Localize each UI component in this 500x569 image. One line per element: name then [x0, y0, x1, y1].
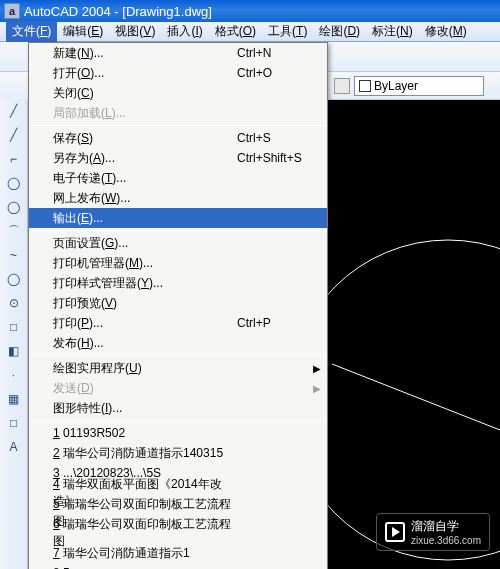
play-icon — [385, 522, 405, 542]
menu-item-shortcut: Ctrl+S — [237, 131, 327, 145]
menu-i[interactable]: 插入(I) — [161, 21, 208, 42]
menu-item-H[interactable]: 发布(H)... — [29, 333, 327, 353]
menu-separator — [31, 125, 327, 126]
draw-tool-4[interactable]: ◯ — [5, 198, 23, 216]
menu-item-label: 页面设置(G)... — [53, 235, 237, 252]
draw-tool-7[interactable]: ◯ — [5, 270, 23, 288]
draw-tool-11[interactable]: · — [5, 366, 23, 384]
layer-name: ByLayer — [374, 79, 418, 93]
menu-m[interactable]: 修改(M) — [419, 21, 473, 42]
menu-v[interactable]: 视图(V) — [109, 21, 161, 42]
menu-t[interactable]: 工具(T) — [262, 21, 313, 42]
menu-item-label: 关闭(C) — [53, 85, 237, 102]
menu-item-V[interactable]: 打印预览(V) — [29, 293, 327, 313]
menu-bar: 文件(F)编辑(E)视图(V)插入(I)格式(O)工具(T)绘图(D)标注(N)… — [0, 22, 500, 42]
menu-item-label: 2 瑞华公司消防通道指示140315 — [53, 445, 237, 462]
menu-item-S[interactable]: 保存(S)Ctrl+S — [29, 128, 327, 148]
menu-item-label: 打印预览(V) — [53, 295, 237, 312]
menu-item-6[interactable]: 6 瑞瑞华公司双面印制板工艺流程图 — [29, 523, 327, 543]
draw-toolbar: ╱╱⌐◯◯⌒~◯⊙□◧·▦□A — [0, 100, 28, 569]
draw-tool-2[interactable]: ⌐ — [5, 150, 23, 168]
watermark-url: zixue.3d66.com — [411, 535, 481, 546]
menu-item-label: 7 瑞华公司消防通道指示1 — [53, 545, 237, 562]
menu-item-shortcut: Ctrl+P — [237, 316, 327, 330]
menu-item-label: 发送(D) — [53, 380, 237, 397]
menu-e[interactable]: 编辑(E) — [57, 21, 109, 42]
draw-tool-10[interactable]: ◧ — [5, 342, 23, 360]
submenu-arrow-icon: ▶ — [313, 383, 321, 394]
menu-item-M[interactable]: 打印机管理器(M)... — [29, 253, 327, 273]
menu-item-shortcut: Ctrl+O — [237, 66, 327, 80]
menu-item-label: 打开(O)... — [53, 65, 237, 82]
menu-item-Y[interactable]: 打印样式管理器(Y)... — [29, 273, 327, 293]
menu-item-label: 绘图实用程序(U) — [53, 360, 237, 377]
menu-item-label: 新建(N)... — [53, 45, 237, 62]
layer-toolbar: ByLayer — [330, 72, 500, 100]
menu-item-U[interactable]: 绘图实用程序(U)▶ — [29, 358, 327, 378]
menu-item-label: 输出(E)... — [53, 210, 237, 227]
color-swatch-icon — [359, 80, 371, 92]
layer-combo[interactable]: ByLayer — [354, 76, 484, 96]
menu-item-label: 网上发布(W)... — [53, 190, 237, 207]
menu-item-W[interactable]: 网上发布(W)... — [29, 188, 327, 208]
menu-item-7[interactable]: 7 瑞华公司消防通道指示1 — [29, 543, 327, 563]
window-title: AutoCAD 2004 - [Drawing1.dwg] — [24, 4, 212, 19]
menu-item-shortcut: Ctrl+N — [237, 46, 327, 60]
menu-item-C[interactable]: 关闭(C) — [29, 83, 327, 103]
menu-item-I[interactable]: 图形特性(I)... — [29, 398, 327, 418]
menu-item-label: 1 01193R502 — [53, 426, 237, 440]
title-bar: a AutoCAD 2004 - [Drawing1.dwg] — [0, 0, 500, 22]
menu-item-L: 局部加载(L)... — [29, 103, 327, 123]
menu-item-label: 发布(H)... — [53, 335, 237, 352]
menu-item-label: 图形特性(I)... — [53, 400, 237, 417]
draw-tool-1[interactable]: ╱ — [5, 126, 23, 144]
watermark-name: 溜溜自学 — [411, 519, 459, 533]
menu-item-G[interactable]: 页面设置(G)... — [29, 233, 327, 253]
menu-item-A[interactable]: 另存为(A)...Ctrl+Shift+S — [29, 148, 327, 168]
menu-item-P[interactable]: 打印(P)...Ctrl+P — [29, 313, 327, 333]
menu-n[interactable]: 标注(N) — [366, 21, 419, 42]
menu-separator — [31, 355, 327, 356]
app-icon: a — [4, 3, 20, 19]
menu-separator — [31, 230, 327, 231]
menu-item-N[interactable]: 新建(N)...Ctrl+N — [29, 43, 327, 63]
menu-item-label: 局部加载(L)... — [53, 105, 237, 122]
draw-tool-13[interactable]: □ — [5, 414, 23, 432]
menu-item-8[interactable]: 8 5 — [29, 563, 327, 569]
draw-tool-8[interactable]: ⊙ — [5, 294, 23, 312]
draw-tool-5[interactable]: ⌒ — [5, 222, 23, 240]
menu-item-E[interactable]: 输出(E)... — [29, 208, 327, 228]
watermark: 溜溜自学 zixue.3d66.com — [376, 513, 490, 551]
menu-o[interactable]: 格式(O) — [209, 21, 262, 42]
draw-tool-0[interactable]: ╱ — [5, 102, 23, 120]
menu-item-label: 打印样式管理器(Y)... — [53, 275, 237, 292]
menu-item-label: 打印机管理器(M)... — [53, 255, 237, 272]
menu-item-O[interactable]: 打开(O)...Ctrl+O — [29, 63, 327, 83]
menu-item-D: 发送(D)▶ — [29, 378, 327, 398]
menu-d[interactable]: 绘图(D) — [313, 21, 366, 42]
menu-item-label: 另存为(A)... — [53, 150, 237, 167]
menu-item-T[interactable]: 电子传递(T)... — [29, 168, 327, 188]
draw-tool-14[interactable]: A — [5, 438, 23, 456]
menu-item-label: 保存(S) — [53, 130, 237, 147]
menu-item-label: 电子传递(T)... — [53, 170, 237, 187]
menu-item-1[interactable]: 1 01193R502 — [29, 423, 327, 443]
menu-f[interactable]: 文件(F) — [6, 21, 57, 42]
menu-separator — [31, 420, 327, 421]
draw-tool-6[interactable]: ~ — [5, 246, 23, 264]
file-menu-dropdown: 新建(N)...Ctrl+N打开(O)...Ctrl+O关闭(C)局部加载(L)… — [28, 42, 328, 569]
draw-tool-9[interactable]: □ — [5, 318, 23, 336]
svg-line-1 — [332, 364, 500, 430]
layer-dropdown-icon[interactable] — [334, 78, 350, 94]
menu-item-2[interactable]: 2 瑞华公司消防通道指示140315 — [29, 443, 327, 463]
menu-item-shortcut: Ctrl+Shift+S — [237, 151, 327, 165]
draw-tool-3[interactable]: ◯ — [5, 174, 23, 192]
draw-tool-12[interactable]: ▦ — [5, 390, 23, 408]
menu-item-label: 打印(P)... — [53, 315, 237, 332]
submenu-arrow-icon: ▶ — [313, 363, 321, 374]
